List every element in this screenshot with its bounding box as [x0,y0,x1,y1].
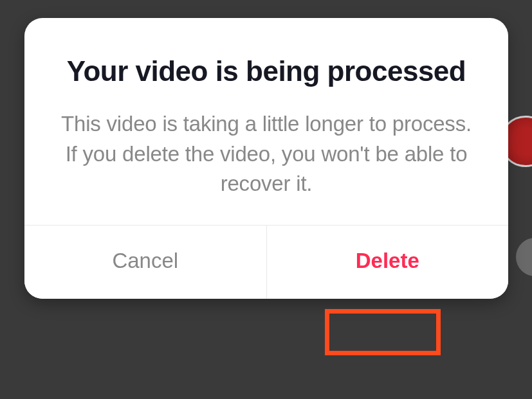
dialog-title: Your video is being processed [58,54,475,89]
cancel-button[interactable]: Cancel [24,226,267,299]
dialog-actions: Cancel Delete [24,225,508,299]
delete-button[interactable]: Delete [267,226,509,299]
highlight-annotation [325,309,441,355]
dialog-content: Your video is being processed This video… [24,18,508,225]
background-circle [516,238,532,276]
dialog-message: This video is taking a little longer to … [58,109,475,200]
confirmation-dialog: Your video is being processed This video… [24,18,508,299]
